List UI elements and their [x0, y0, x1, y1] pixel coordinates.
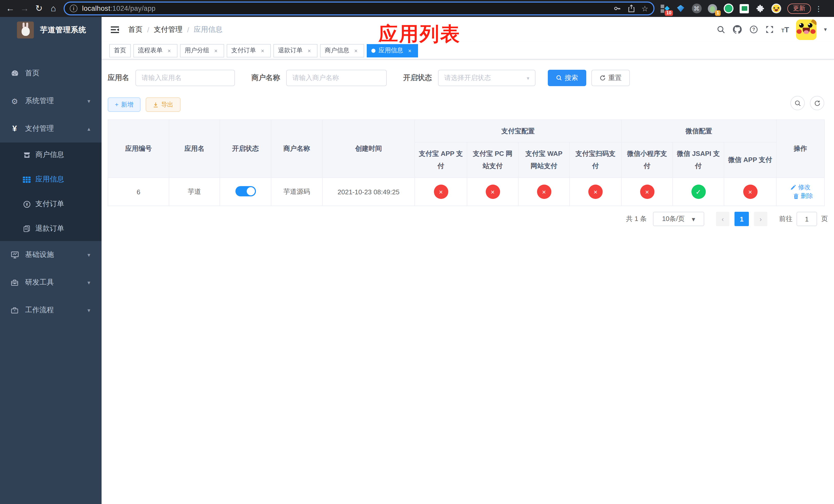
- close-icon[interactable]: ×: [406, 47, 413, 54]
- sidebar-item-首页[interactable]: 首页: [0, 60, 102, 87]
- chat-extension-icon[interactable]: [739, 3, 749, 14]
- monitor-icon: [10, 251, 19, 259]
- chevron-down-icon: ▾: [87, 307, 90, 314]
- sidebar-logo-row[interactable]: 芋道管理系统: [0, 17, 102, 43]
- column-header-ops: 操作: [776, 120, 825, 178]
- app-name-label: 应用名: [108, 73, 129, 83]
- browser-update-button[interactable]: 更新: [787, 3, 811, 14]
- sidebar-subitem-商户信息[interactable]: 商户信息: [0, 142, 102, 167]
- site-info-icon[interactable]: i: [70, 5, 78, 12]
- user-avatar[interactable]: [796, 19, 817, 40]
- avatar-caret-icon[interactable]: ▾: [824, 26, 827, 33]
- navbar-actions: ? TT ▾: [717, 19, 827, 40]
- browser-reload-icon[interactable]: ↻: [32, 1, 46, 16]
- close-icon[interactable]: ×: [212, 47, 220, 54]
- address-bar[interactable]: i localhost:1024/pay/app ☆: [64, 2, 655, 15]
- tab-用户分组[interactable]: 用户分组×: [180, 44, 224, 57]
- font-size-icon[interactable]: TT: [781, 25, 789, 34]
- profile-extension-icon[interactable]: 1: [707, 3, 718, 14]
- sub-column-header: 微信小程序支付: [621, 142, 673, 178]
- status-select[interactable]: 请选择开启状态 ▾: [438, 70, 535, 86]
- grid-extension-icon[interactable]: 10: [660, 3, 670, 14]
- page-size-select[interactable]: 10条/页 ▾: [653, 212, 704, 226]
- cell-merchant: 芋道源码: [271, 178, 322, 206]
- breadcrumb-separator: /: [147, 25, 149, 33]
- tab-商户信息[interactable]: 商户信息×: [320, 44, 364, 57]
- menu-label: 研发工具: [25, 278, 54, 287]
- sub-column-header: 支付宝扫码支付: [570, 142, 621, 178]
- browser-chrome: ← → ↻ ⌂ i localhost:1024/pay/app ☆ 10⌘1 …: [0, 0, 834, 17]
- toggle-search-button[interactable]: [790, 96, 805, 110]
- sidebar-item-工作流程[interactable]: 工作流程▾: [0, 296, 102, 324]
- menu-label: 商户信息: [36, 150, 64, 159]
- github-icon[interactable]: [732, 25, 742, 35]
- yen-icon: ¥: [10, 124, 19, 133]
- sidebar-item-研发工具[interactable]: 研发工具▾: [0, 269, 102, 296]
- tab-首页[interactable]: 首页: [109, 44, 131, 57]
- chevron-down-icon: ▾: [527, 75, 529, 81]
- shop-icon: [23, 151, 31, 159]
- cell-channel-2: ×: [518, 178, 570, 206]
- gem-extension-icon[interactable]: [676, 3, 686, 14]
- bookmark-star-icon[interactable]: ☆: [641, 4, 648, 13]
- prev-page-button[interactable]: ‹: [716, 212, 729, 226]
- close-icon[interactable]: ×: [259, 47, 266, 54]
- help-icon[interactable]: ?: [749, 25, 758, 34]
- sidebar-subitem-退款订单[interactable]: 退款订单: [0, 216, 102, 241]
- app-title: 芋道管理系统: [40, 25, 86, 35]
- delete-link[interactable]: 删除: [793, 192, 813, 201]
- goto-prefix: 前往: [779, 214, 792, 224]
- menu-label: 应用信息: [36, 175, 64, 184]
- share-icon[interactable]: [628, 5, 635, 12]
- browser-back-icon[interactable]: ←: [3, 1, 18, 16]
- add-button[interactable]: + 新增: [108, 97, 140, 112]
- sub-column-header: 支付宝 WAP 网站支付: [518, 142, 570, 178]
- edit-icon: [790, 184, 796, 190]
- merchant-name-input[interactable]: 请输入商户名称: [286, 70, 387, 86]
- gear-icon: ⚙: [10, 97, 19, 105]
- export-button[interactable]: 导出: [146, 97, 180, 112]
- sidebar-item-支付管理[interactable]: ¥支付管理▴: [0, 115, 102, 142]
- fail-cross-icon: ×: [485, 185, 500, 199]
- tab-label: 支付订单: [231, 46, 256, 55]
- next-page-button[interactable]: ›: [754, 212, 767, 226]
- password-key-icon[interactable]: [613, 5, 621, 12]
- current-page[interactable]: 1: [734, 212, 749, 226]
- emoji-extension-icon[interactable]: [771, 3, 781, 14]
- reset-button[interactable]: 重置: [591, 70, 630, 86]
- tab-支付订单[interactable]: 支付订单×: [227, 44, 271, 57]
- sidebar-subitem-应用信息[interactable]: 应用信息: [0, 167, 102, 192]
- app-logo: [17, 21, 34, 38]
- tab-退款订单[interactable]: 退款订单×: [273, 44, 317, 57]
- breadcrumb-item[interactable]: 首页: [128, 25, 142, 34]
- fullscreen-icon[interactable]: [765, 25, 774, 34]
- sidebar-item-系统管理[interactable]: ⚙系统管理▾: [0, 87, 102, 115]
- app-name-input[interactable]: 请输入应用名: [135, 70, 235, 86]
- collapse-sidebar-icon[interactable]: [110, 24, 120, 35]
- refresh-table-button[interactable]: [810, 96, 824, 110]
- close-icon[interactable]: ×: [166, 47, 173, 54]
- status-toggle[interactable]: [235, 186, 256, 196]
- close-icon[interactable]: ×: [306, 47, 313, 54]
- browser-home-icon[interactable]: ⌂: [46, 1, 61, 16]
- chevron-up-icon: ▴: [87, 125, 90, 132]
- sidebar-subitem-支付订单[interactable]: ¥支付订单: [0, 192, 102, 216]
- y-logo-extension-icon[interactable]: [723, 3, 733, 14]
- edit-link[interactable]: 修改: [790, 183, 810, 191]
- search-icon[interactable]: [717, 25, 725, 34]
- table-row: 6芋道芋道源码2021-10-23 08:49:25×××××✓×修改删除: [108, 178, 825, 206]
- cell-created-at: 2021-10-23 08:49:25: [322, 178, 415, 206]
- table-toolbar: + 新增 导出: [108, 97, 828, 112]
- browser-forward-icon[interactable]: →: [18, 1, 32, 16]
- breadcrumb-item[interactable]: 支付管理: [154, 25, 182, 34]
- goto-page-input[interactable]: 1: [796, 212, 817, 226]
- browser-menu-icon[interactable]: ⋮: [815, 4, 822, 13]
- tab-流程表单[interactable]: 流程表单×: [133, 44, 177, 57]
- sidebar-item-基础设施[interactable]: 基础设施▾: [0, 241, 102, 269]
- column-header: 应用名: [169, 120, 220, 178]
- command-extension-icon[interactable]: ⌘: [692, 3, 702, 14]
- close-icon[interactable]: ×: [352, 47, 359, 54]
- puzzle-extension-icon[interactable]: [755, 3, 765, 14]
- search-button[interactable]: 搜索: [548, 70, 586, 86]
- cell-app-id: 6: [108, 178, 169, 206]
